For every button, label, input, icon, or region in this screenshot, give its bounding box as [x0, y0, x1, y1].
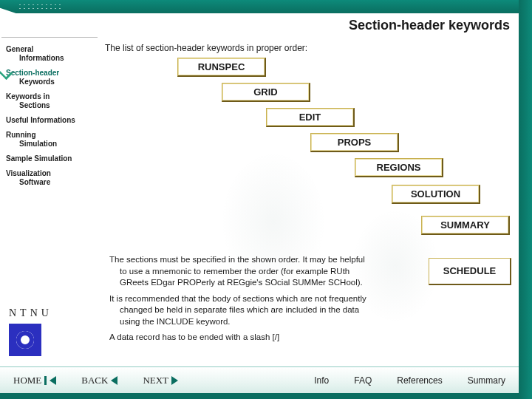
ntnu-logo-icon: [9, 324, 41, 356]
footer-link-summary[interactable]: Summary: [468, 375, 505, 386]
decoration-dots: [18, 3, 62, 10]
sidebar: General Informations Section-header Keyw…: [1, 37, 98, 190]
sidebar-item-sample-simulation[interactable]: Sample Simulation: [1, 151, 98, 166]
bottom-nav: HOME BACK NEXT Info FAQ References Summa…: [0, 366, 519, 393]
intro-text: The list of section-header keywords in p…: [105, 43, 511, 53]
keyword-props: PROPS: [310, 133, 399, 152]
ntnu-brand: NTNU: [9, 307, 90, 356]
footer-link-info[interactable]: Info: [314, 375, 329, 386]
keyword-solution: SOLUTION: [392, 185, 480, 204]
notes: The sections must be specified in the sh…: [103, 254, 511, 344]
sidebar-item-visualization-software[interactable]: Visualization Software: [1, 166, 98, 190]
sidebar-item-general-informations[interactable]: General Informations: [1, 42, 98, 66]
home-triangle-icon: [50, 376, 56, 385]
sidebar-item-section-header-keywords[interactable]: Section-header Keywords: [1, 66, 98, 89]
sidebar-item-keywords-in-sections[interactable]: Keywords in Sections: [1, 89, 98, 113]
ntnu-wordmark: NTNU: [9, 307, 90, 319]
nav-home-label: HOME: [13, 375, 41, 386]
keyword-grid: GRID: [222, 83, 310, 102]
keyword-runspec: RUNSPEC: [177, 58, 266, 77]
keyword-regions: REGIONS: [355, 158, 443, 177]
footer-link-references[interactable]: References: [397, 375, 442, 386]
note-1: The sections must be specified in the sh…: [103, 254, 421, 289]
back-triangle-icon: [111, 376, 117, 385]
footer-link-faq[interactable]: FAQ: [354, 375, 372, 386]
nav-back-button[interactable]: BACK: [81, 375, 117, 386]
nav-back-label: BACK: [81, 375, 108, 386]
nav-next-label: NEXT: [143, 375, 168, 386]
sidebar-item-useful-informations[interactable]: Useful Informations: [1, 113, 98, 128]
keyword-schedule: SCHEDULE: [429, 258, 511, 285]
nav-home-button[interactable]: HOME: [13, 375, 56, 386]
nav-next-button[interactable]: NEXT: [143, 375, 178, 386]
note-2: It is recommended that the body of secti…: [103, 293, 511, 328]
note-3: A data record has to be ended with a sla…: [103, 332, 511, 344]
keyword-summary: SUMMARY: [421, 216, 510, 235]
page-title: Section-header keywords: [118, 18, 510, 33]
keyword-edit: EDIT: [266, 108, 355, 127]
keyword-diagram: RUNSPEC GRID EDIT PROPS REGIONS SOLUTION…: [163, 58, 511, 250]
main-content: The list of section-header keywords in p…: [103, 40, 511, 362]
next-triangle-icon: [171, 376, 178, 385]
sidebar-item-running-simulation[interactable]: Running Simulation: [1, 128, 98, 151]
home-bar-icon: [44, 376, 47, 385]
